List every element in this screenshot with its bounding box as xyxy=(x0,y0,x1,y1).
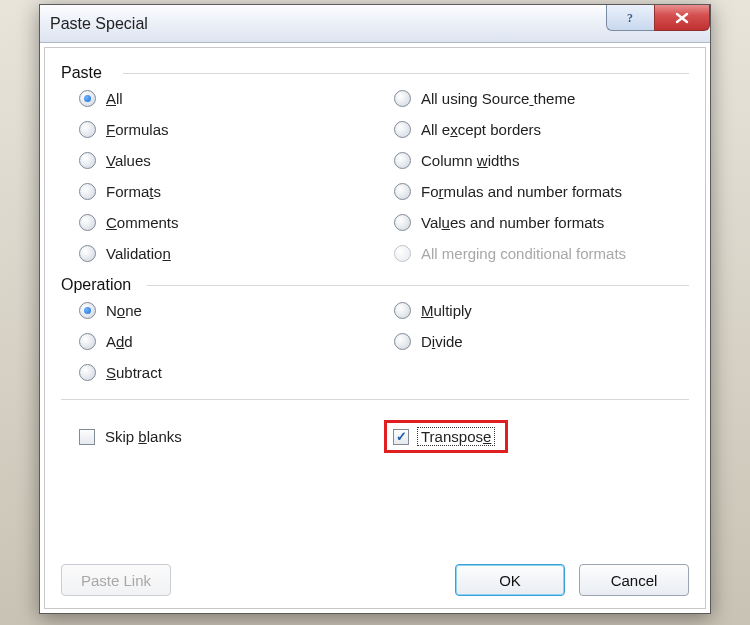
titlebar[interactable]: Paste Special ? xyxy=(40,5,710,43)
close-icon xyxy=(673,11,691,25)
radio-label: Multiply xyxy=(421,302,472,319)
skip-blanks-check[interactable]: Skip blanks xyxy=(79,420,384,453)
radio-label: Values and number formats xyxy=(421,214,604,231)
radio-values[interactable]: Values xyxy=(79,152,374,169)
transpose-label: Transpose xyxy=(417,427,495,446)
close-button[interactable] xyxy=(654,5,710,31)
radio-label: Formulas and number formats xyxy=(421,183,622,200)
radio-icon xyxy=(394,90,411,107)
radio-values-number-formats[interactable]: Values and number formats xyxy=(394,214,689,231)
radio-except-borders[interactable]: All except borders xyxy=(394,121,689,138)
radio-icon xyxy=(394,333,411,350)
help-icon: ? xyxy=(624,11,638,25)
radio-label: Values xyxy=(106,152,151,169)
radio-icon xyxy=(79,183,96,200)
radio-icon xyxy=(79,245,96,262)
radio-label: Add xyxy=(106,333,133,350)
radio-icon xyxy=(79,90,96,107)
radio-validation[interactable]: Validation xyxy=(79,245,374,262)
radio-add[interactable]: Add xyxy=(79,333,374,350)
skip-blanks-label: Skip blanks xyxy=(105,428,182,445)
radio-label: Column widths xyxy=(421,152,519,169)
radio-label: Comments xyxy=(106,214,179,231)
dialog-client: Paste AllAll using Source themeFormulasA… xyxy=(44,47,706,609)
radio-multiply[interactable]: Multiply xyxy=(394,302,689,319)
paste-link-button[interactable]: Paste Link xyxy=(61,564,171,596)
radio-none[interactable]: None xyxy=(79,302,374,319)
radio-icon xyxy=(394,302,411,319)
radio-label: All except borders xyxy=(421,121,541,138)
radio-label: All merging conditional formats xyxy=(421,245,626,262)
radio-label: None xyxy=(106,302,142,319)
radio-icon xyxy=(79,333,96,350)
radio-icon xyxy=(394,183,411,200)
radio-icon xyxy=(79,152,96,169)
radio-merging-conditional: All merging conditional formats xyxy=(394,245,689,262)
radio-icon xyxy=(79,121,96,138)
checkbox-icon: ✓ xyxy=(393,429,409,445)
ok-button[interactable]: OK xyxy=(455,564,565,596)
radio-dot-icon xyxy=(84,95,91,102)
radio-icon xyxy=(394,214,411,231)
radio-source-theme[interactable]: All using Source theme xyxy=(394,90,689,107)
radio-subtract[interactable]: Subtract xyxy=(79,364,374,381)
checkbox-icon xyxy=(79,429,95,445)
radio-icon xyxy=(394,152,411,169)
radio-label: Formats xyxy=(106,183,161,200)
radio-comments[interactable]: Comments xyxy=(79,214,374,231)
radio-icon xyxy=(394,121,411,138)
radio-label: Divide xyxy=(421,333,463,350)
radio-icon xyxy=(79,302,96,319)
transpose-check[interactable]: ✓ Transpose xyxy=(393,427,495,446)
paste-group-label: Paste xyxy=(61,64,689,82)
radio-label: All xyxy=(106,90,123,107)
button-row: Paste Link OK Cancel xyxy=(61,558,689,596)
radio-icon xyxy=(394,245,411,262)
separator xyxy=(61,399,689,400)
cancel-button[interactable]: Cancel xyxy=(579,564,689,596)
radio-formulas-number-formats[interactable]: Formulas and number formats xyxy=(394,183,689,200)
check-mark-icon: ✓ xyxy=(396,430,407,443)
bottom-checks: Skip blanks ✓ Transpose xyxy=(61,420,689,453)
operation-group-label: Operation xyxy=(61,276,689,294)
paste-special-dialog: Paste Special ? Paste AllAll using Sourc… xyxy=(39,4,711,614)
operation-grid: NoneMultiplyAddDivideSubtract xyxy=(61,302,689,381)
paste-link-label: Paste Link xyxy=(81,572,151,589)
radio-dot-icon xyxy=(84,307,91,314)
window-title: Paste Special xyxy=(50,15,148,33)
radio-formulas[interactable]: Formulas xyxy=(79,121,374,138)
ok-label: OK xyxy=(499,572,521,589)
radio-all[interactable]: All xyxy=(79,90,374,107)
radio-column-widths[interactable]: Column widths xyxy=(394,152,689,169)
svg-text:?: ? xyxy=(627,11,633,25)
radio-label: Subtract xyxy=(106,364,162,381)
radio-divide[interactable]: Divide xyxy=(394,333,689,350)
help-button[interactable]: ? xyxy=(606,5,654,31)
window-controls: ? xyxy=(606,5,710,31)
radio-label: Formulas xyxy=(106,121,169,138)
cancel-label: Cancel xyxy=(611,572,658,589)
radio-icon xyxy=(79,364,96,381)
radio-label: All using Source theme xyxy=(421,90,575,107)
radio-formats[interactable]: Formats xyxy=(79,183,374,200)
radio-icon xyxy=(79,214,96,231)
radio-label: Validation xyxy=(106,245,171,262)
paste-grid: AllAll using Source themeFormulasAll exc… xyxy=(61,90,689,262)
transpose-highlight: ✓ Transpose xyxy=(384,420,508,453)
